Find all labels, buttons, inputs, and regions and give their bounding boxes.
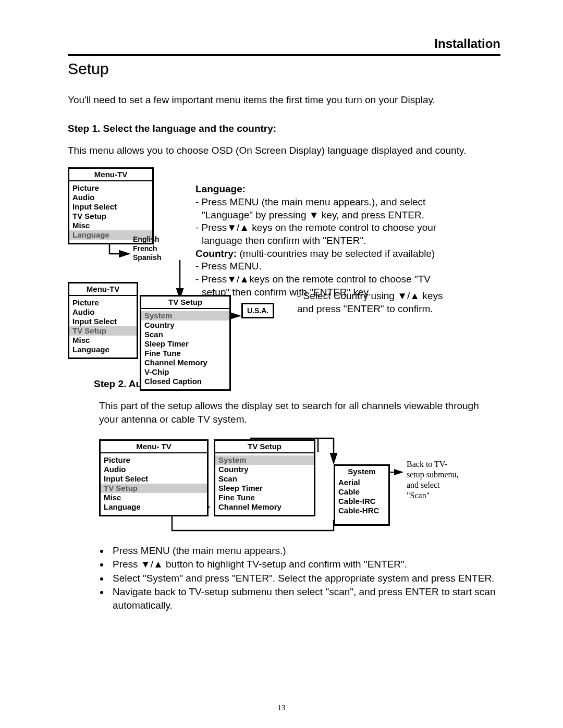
- menu-item: Scan: [144, 330, 163, 339]
- instructions-right: Language: - Press MENU (the main menu ap…: [195, 183, 440, 299]
- diagram-1: Menu-TV Picture Audio Input Select TV Se…: [68, 167, 500, 376]
- menu-title: TV Setup: [215, 441, 314, 453]
- page-category: Installation: [68, 36, 500, 51]
- menu-item: Channel Memory: [144, 358, 207, 367]
- menu-title: Menu-TV: [69, 169, 152, 181]
- menu-item: Misc: [72, 336, 90, 344]
- tv-setup-menu: TV Setup System Country Scan Sleep Timer…: [140, 295, 231, 391]
- menu-item: Picture: [104, 455, 130, 464]
- page-title: Setup: [68, 60, 500, 78]
- menu-item: Aerial: [338, 478, 360, 487]
- intro-text: You'll need to set a few important menu …: [68, 93, 500, 107]
- menu-item: Misc: [104, 493, 121, 502]
- menu-tv-3: Menu- TV Picture Audio Input Select TV S…: [99, 439, 209, 516]
- menu-tv-2: Menu-TV Picture Audio Input Select TV Se…: [68, 282, 138, 359]
- step1-heading: Step 1. Select the language and the coun…: [68, 123, 500, 134]
- step2-bullets: Press MENU (the main menu appears.) Pres…: [68, 544, 500, 612]
- instruction-line: - Press MENU (the main menu appears.), a…: [195, 196, 440, 221]
- menu-item: Input Select: [104, 474, 148, 483]
- bullet-item: Press ▼/▲ button to highlight TV-setup a…: [109, 558, 500, 571]
- back-note: Back to TV-setup submenu, and select "Sc…: [407, 459, 464, 501]
- lang-option: French: [133, 244, 157, 253]
- step1-desc: This menu allows you to choose OSD (On S…: [68, 144, 500, 157]
- step2-desc: This part of the setup allows the displa…: [99, 399, 500, 426]
- menu-item: Scan: [218, 474, 237, 483]
- menu-item: Closed Caption: [144, 377, 202, 386]
- system-menu: System Aerial Cable Cable-IRC Cable-HRC: [334, 464, 390, 526]
- lang-option: Spanish: [133, 253, 161, 262]
- diagram-2: Menu- TV Picture Audio Input Select TV S…: [83, 434, 500, 541]
- page-number: 13: [0, 704, 563, 712]
- menu-title: Menu- TV: [101, 441, 207, 453]
- country-label: Country:: [195, 248, 237, 259]
- menu-item: Audio: [72, 193, 95, 202]
- country-value-box: U.S.A.: [241, 303, 274, 318]
- menu-item: Country: [218, 465, 249, 474]
- lang-option: English: [133, 235, 160, 243]
- language-options: English French Spanish: [133, 235, 161, 263]
- menu-title: TV Setup: [141, 297, 229, 309]
- bullet-item: Press MENU (the main menu appears.): [109, 544, 500, 558]
- menu-item: Cable-IRC: [338, 497, 376, 505]
- menu-item: Audio: [72, 307, 95, 316]
- menu-item: Picture: [72, 298, 99, 307]
- language-label: Language:: [195, 183, 246, 194]
- menu-item: Country: [144, 320, 175, 329]
- divider: [68, 54, 500, 56]
- instruction-line: - Press MENU.: [195, 260, 440, 273]
- instruction-line: - Press▼/▲ keys on the remote control to…: [195, 221, 440, 247]
- menu-item: Language: [104, 502, 141, 511]
- menu-item: Sleep Timer: [144, 339, 189, 348]
- menu-item: Language: [72, 345, 109, 354]
- menu-item: Fine Tune: [144, 349, 181, 357]
- menu-item: Input Select: [72, 202, 117, 211]
- menu-item-highlight: TV Setup: [101, 484, 207, 493]
- menu-item: Sleep Timer: [218, 484, 263, 492]
- menu-tv-1: Menu-TV Picture Audio Input Select TV Se…: [68, 167, 154, 244]
- select-country-text: - Select Country using ▼/▲ keys and pres…: [297, 290, 448, 315]
- menu-item-highlight: System: [141, 311, 229, 320]
- menu-title: Menu-TV: [69, 283, 137, 296]
- menu-item: Channel Memory: [218, 502, 282, 511]
- menu-item: Input Select: [72, 317, 117, 326]
- bullet-item: Navigate back to TV-setup submenu then s…: [109, 585, 500, 612]
- menu-item: TV Setup: [72, 212, 106, 220]
- menu-item: Picture: [72, 183, 99, 192]
- menu-item: Cable-HRC: [338, 506, 379, 515]
- tv-setup-menu-2: TV Setup System Country Scan Sleep Timer…: [214, 439, 315, 516]
- menu-item: Fine Tune: [218, 493, 255, 502]
- menu-item: Misc: [72, 221, 90, 230]
- bullet-item: Select "System" and press "ENTER". Selec…: [109, 572, 500, 585]
- menu-item: Audio: [104, 465, 126, 474]
- menu-item: V-Chip: [144, 367, 169, 376]
- menu-item-highlight: System: [215, 455, 314, 465]
- country-sub: (multi-countries may be selected if avai…: [237, 248, 435, 259]
- menu-title: System: [335, 466, 388, 477]
- menu-item-highlight: TV Setup: [69, 326, 137, 336]
- menu-item: Cable: [338, 487, 360, 496]
